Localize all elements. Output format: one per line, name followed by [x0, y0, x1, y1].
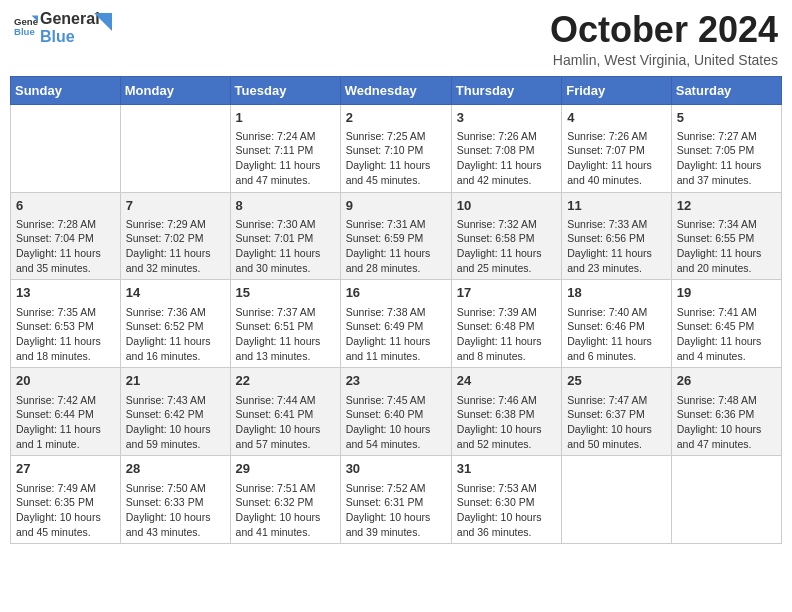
col-thursday: Thursday	[451, 76, 561, 104]
calendar-week-row: 1Sunrise: 7:24 AMSunset: 7:11 PMDaylight…	[11, 104, 782, 192]
calendar-week-row: 13Sunrise: 7:35 AMSunset: 6:53 PMDayligh…	[11, 280, 782, 368]
daylight-text: Daylight: 10 hours and 59 minutes.	[126, 423, 211, 450]
col-friday: Friday	[562, 76, 672, 104]
logo-text: General Blue	[40, 10, 100, 45]
daylight-text: Daylight: 11 hours and 32 minutes.	[126, 247, 211, 274]
daylight-text: Daylight: 11 hours and 16 minutes.	[126, 335, 211, 362]
calendar-header-row: Sunday Monday Tuesday Wednesday Thursday…	[11, 76, 782, 104]
daylight-text: Daylight: 11 hours and 25 minutes.	[457, 247, 542, 274]
day-number: 30	[346, 460, 446, 478]
calendar-week-row: 20Sunrise: 7:42 AMSunset: 6:44 PMDayligh…	[11, 368, 782, 456]
day-number: 5	[677, 109, 776, 127]
logo-graphic: General Blue	[14, 14, 38, 42]
table-row: 27Sunrise: 7:49 AMSunset: 6:35 PMDayligh…	[11, 456, 121, 544]
month-title: October 2024	[550, 10, 778, 50]
table-row	[562, 456, 672, 544]
day-number: 26	[677, 372, 776, 390]
daylight-text: Daylight: 10 hours and 41 minutes.	[236, 511, 321, 538]
day-number: 1	[236, 109, 335, 127]
logo-triangle-icon	[94, 13, 112, 35]
sunset-text: Sunset: 6:36 PM	[677, 408, 755, 420]
col-wednesday: Wednesday	[340, 76, 451, 104]
daylight-text: Daylight: 10 hours and 39 minutes.	[346, 511, 431, 538]
table-row: 25Sunrise: 7:47 AMSunset: 6:37 PMDayligh…	[562, 368, 672, 456]
daylight-text: Daylight: 11 hours and 20 minutes.	[677, 247, 762, 274]
sunrise-text: Sunrise: 7:45 AM	[346, 394, 426, 406]
sunrise-text: Sunrise: 7:34 AM	[677, 218, 757, 230]
day-number: 29	[236, 460, 335, 478]
col-saturday: Saturday	[671, 76, 781, 104]
sunrise-text: Sunrise: 7:32 AM	[457, 218, 537, 230]
sunrise-text: Sunrise: 7:52 AM	[346, 482, 426, 494]
daylight-text: Daylight: 11 hours and 23 minutes.	[567, 247, 652, 274]
sunrise-text: Sunrise: 7:24 AM	[236, 130, 316, 142]
table-row: 16Sunrise: 7:38 AMSunset: 6:49 PMDayligh…	[340, 280, 451, 368]
table-row	[671, 456, 781, 544]
sunrise-text: Sunrise: 7:41 AM	[677, 306, 757, 318]
day-number: 20	[16, 372, 115, 390]
day-number: 12	[677, 197, 776, 215]
table-row: 7Sunrise: 7:29 AMSunset: 7:02 PMDaylight…	[120, 192, 230, 280]
table-row	[120, 104, 230, 192]
table-row: 5Sunrise: 7:27 AMSunset: 7:05 PMDaylight…	[671, 104, 781, 192]
daylight-text: Daylight: 11 hours and 11 minutes.	[346, 335, 431, 362]
table-row: 26Sunrise: 7:48 AMSunset: 6:36 PMDayligh…	[671, 368, 781, 456]
sunrise-text: Sunrise: 7:48 AM	[677, 394, 757, 406]
daylight-text: Daylight: 11 hours and 30 minutes.	[236, 247, 321, 274]
day-number: 7	[126, 197, 225, 215]
table-row: 9Sunrise: 7:31 AMSunset: 6:59 PMDaylight…	[340, 192, 451, 280]
day-number: 17	[457, 284, 556, 302]
daylight-text: Daylight: 11 hours and 28 minutes.	[346, 247, 431, 274]
sunrise-text: Sunrise: 7:53 AM	[457, 482, 537, 494]
col-sunday: Sunday	[11, 76, 121, 104]
day-number: 15	[236, 284, 335, 302]
sunset-text: Sunset: 6:32 PM	[236, 496, 314, 508]
table-row: 8Sunrise: 7:30 AMSunset: 7:01 PMDaylight…	[230, 192, 340, 280]
sunset-text: Sunset: 7:08 PM	[457, 144, 535, 156]
day-number: 23	[346, 372, 446, 390]
calendar-week-row: 6Sunrise: 7:28 AMSunset: 7:04 PMDaylight…	[11, 192, 782, 280]
sunrise-text: Sunrise: 7:46 AM	[457, 394, 537, 406]
day-number: 10	[457, 197, 556, 215]
table-row: 2Sunrise: 7:25 AMSunset: 7:10 PMDaylight…	[340, 104, 451, 192]
sunset-text: Sunset: 6:56 PM	[567, 232, 645, 244]
sunset-text: Sunset: 7:04 PM	[16, 232, 94, 244]
table-row: 3Sunrise: 7:26 AMSunset: 7:08 PMDaylight…	[451, 104, 561, 192]
calendar-table: Sunday Monday Tuesday Wednesday Thursday…	[10, 76, 782, 545]
day-number: 18	[567, 284, 666, 302]
sunset-text: Sunset: 6:42 PM	[126, 408, 204, 420]
day-number: 2	[346, 109, 446, 127]
day-number: 13	[16, 284, 115, 302]
table-row: 21Sunrise: 7:43 AMSunset: 6:42 PMDayligh…	[120, 368, 230, 456]
daylight-text: Daylight: 11 hours and 1 minute.	[16, 423, 101, 450]
day-number: 28	[126, 460, 225, 478]
sunset-text: Sunset: 7:01 PM	[236, 232, 314, 244]
sunrise-text: Sunrise: 7:44 AM	[236, 394, 316, 406]
daylight-text: Daylight: 10 hours and 36 minutes.	[457, 511, 542, 538]
sunrise-text: Sunrise: 7:29 AM	[126, 218, 206, 230]
sunset-text: Sunset: 6:35 PM	[16, 496, 94, 508]
sunrise-text: Sunrise: 7:36 AM	[126, 306, 206, 318]
sunset-text: Sunset: 6:48 PM	[457, 320, 535, 332]
table-row: 28Sunrise: 7:50 AMSunset: 6:33 PMDayligh…	[120, 456, 230, 544]
sunset-text: Sunset: 6:31 PM	[346, 496, 424, 508]
table-row: 30Sunrise: 7:52 AMSunset: 6:31 PMDayligh…	[340, 456, 451, 544]
sunset-text: Sunset: 6:55 PM	[677, 232, 755, 244]
sunset-text: Sunset: 6:49 PM	[346, 320, 424, 332]
daylight-text: Daylight: 10 hours and 43 minutes.	[126, 511, 211, 538]
table-row: 10Sunrise: 7:32 AMSunset: 6:58 PMDayligh…	[451, 192, 561, 280]
sunrise-text: Sunrise: 7:39 AM	[457, 306, 537, 318]
day-number: 27	[16, 460, 115, 478]
day-number: 6	[16, 197, 115, 215]
sunset-text: Sunset: 7:07 PM	[567, 144, 645, 156]
daylight-text: Daylight: 10 hours and 45 minutes.	[16, 511, 101, 538]
table-row: 23Sunrise: 7:45 AMSunset: 6:40 PMDayligh…	[340, 368, 451, 456]
table-row: 18Sunrise: 7:40 AMSunset: 6:46 PMDayligh…	[562, 280, 672, 368]
day-number: 24	[457, 372, 556, 390]
table-row: 11Sunrise: 7:33 AMSunset: 6:56 PMDayligh…	[562, 192, 672, 280]
sunset-text: Sunset: 6:45 PM	[677, 320, 755, 332]
table-row: 29Sunrise: 7:51 AMSunset: 6:32 PMDayligh…	[230, 456, 340, 544]
table-row	[11, 104, 121, 192]
daylight-text: Daylight: 11 hours and 8 minutes.	[457, 335, 542, 362]
sunrise-text: Sunrise: 7:26 AM	[457, 130, 537, 142]
